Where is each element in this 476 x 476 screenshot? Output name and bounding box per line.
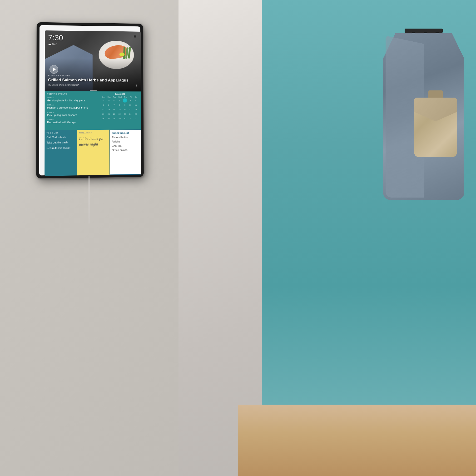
cal-day-8: 8	[117, 103, 122, 107]
event-title-4: Racquetball with George	[47, 120, 139, 124]
cal-day-29b: 29	[117, 116, 122, 121]
cal-label-mon: Mon	[107, 96, 112, 98]
todo-item-1: Call Carlos back	[46, 136, 75, 139]
recipe-title: Grilled Salmon with Herbs and Asparagus	[48, 78, 129, 83]
shopping-item-1: Almond butter	[112, 136, 139, 139]
camera-dot	[134, 35, 136, 38]
cal-day-22: 22	[117, 112, 122, 116]
shopping-label: Shopping List	[112, 132, 139, 135]
calendar-widget: June 2022 Sun Mon Tue Wed Thu Fri Sat	[101, 93, 139, 121]
cal-day-17: 17	[128, 107, 133, 112]
cal-label-fri: Fri	[128, 96, 134, 98]
cal-day-28: 28	[112, 116, 116, 121]
shopping-item-2: Raisins	[112, 140, 139, 143]
calendar-month-label: June 2022	[101, 93, 139, 95]
cal-day-18: 18	[134, 107, 138, 112]
cal-label-wed: Wed	[117, 96, 122, 98]
cal-day-15: 15	[117, 107, 122, 112]
shopping-widget[interactable]: Shopping List Almond butter Raisins Chai…	[109, 130, 141, 175]
recipe-category: Popular Recipes	[48, 74, 129, 77]
play-icon	[53, 67, 56, 71]
cal-label-sat: Sat	[134, 96, 139, 98]
echo-show-device: 7:30 ☁ 63° Popular Recipes Grilled Salmo…	[36, 22, 144, 178]
more-options-button[interactable]: ⋮	[135, 83, 138, 88]
cal-day-31: 31	[112, 98, 116, 102]
cal-day-24: 24	[128, 112, 133, 116]
cal-day-7: 7	[112, 103, 116, 107]
cal-day-1: 1	[117, 98, 122, 102]
shopping-item-3: Chai tea	[112, 144, 139, 147]
time-text: 7:30	[48, 34, 63, 42]
cal-day-23: 23	[123, 112, 127, 116]
todo-label: To-Do List	[47, 132, 75, 134]
note-text: I'll be home for movie night	[79, 136, 107, 147]
power-cord	[88, 176, 89, 224]
cal-day-6: 6	[107, 103, 111, 107]
todo-item-3: Return tennis racket	[46, 146, 75, 150]
recipe-info: Popular Recipes Grilled Salmon with Herb…	[48, 74, 129, 86]
widgets-row: To-Do List Call Carlos back Take out the…	[45, 130, 141, 176]
cal-label-thu: Thu	[123, 96, 128, 98]
cal-day-9: 9	[123, 103, 127, 107]
temperature-text: 63°	[52, 42, 57, 46]
cal-day-21: 21	[112, 112, 116, 116]
cal-day-1b: 1	[128, 116, 133, 121]
device-mat: 7:30 ☁ 63° Popular Recipes Grilled Salmo…	[39, 25, 141, 176]
cal-day-5: 5	[101, 103, 105, 107]
cal-day-11: 11	[134, 103, 138, 107]
note-widget[interactable]: Today, 7:20 AM I'll be home for movie ni…	[77, 130, 109, 175]
cal-day-4: 4	[134, 98, 138, 102]
cal-label-tue: Tue	[112, 96, 117, 98]
play-button[interactable]	[50, 65, 58, 73]
cal-day-30: 30	[107, 98, 111, 102]
recipe-hint: Try "Alexa, show me this recipe"	[48, 84, 129, 86]
cal-day-19: 19	[101, 112, 105, 116]
shopping-item-4: Green onions	[112, 149, 139, 152]
todo-widget[interactable]: To-Do List Call Carlos back Take out the…	[45, 130, 77, 176]
cal-day-2b: 2	[134, 116, 138, 120]
cal-day-27: 27	[107, 116, 111, 121]
cal-day-20: 20	[107, 112, 111, 116]
cal-day-16: 16	[123, 107, 127, 112]
cloud-icon: ☁	[48, 42, 51, 46]
cal-day-3: 3	[128, 98, 133, 102]
weather-text: ☁ 63°	[48, 42, 63, 46]
cal-day-30b: 30	[123, 116, 127, 121]
cal-label-sun: Sun	[101, 96, 106, 98]
lemon	[119, 52, 125, 56]
device-screen[interactable]: 7:30 ☁ 63° Popular Recipes Grilled Salmo…	[45, 31, 141, 176]
cal-day-14: 14	[112, 107, 116, 112]
calendar-days-header: Sun Mon Tue Wed Thu Fri Sat	[101, 96, 139, 98]
hero-section[interactable]: 7:30 ☁ 63° Popular Recipes Grilled Salmo…	[45, 31, 141, 92]
cal-day-2-today[interactable]: 2	[123, 98, 127, 102]
cal-day-29: 29	[101, 98, 105, 102]
calendar-grid: 29 30 31 1 2 3 4 5 6 7 8 9	[101, 98, 139, 121]
cal-day-12: 12	[101, 107, 105, 112]
cal-day-26: 26	[101, 116, 105, 121]
cal-day-10: 10	[128, 103, 133, 107]
note-timestamp: Today, 7:20 AM	[79, 132, 107, 134]
time-weather-display: 7:30 ☁ 63°	[48, 34, 63, 46]
scroll-indicator	[90, 90, 97, 91]
cal-day-25: 25	[134, 112, 138, 116]
todo-item-2: Take out the trash	[46, 141, 75, 144]
bag	[409, 90, 462, 157]
cal-day-13: 13	[107, 107, 111, 112]
floor	[238, 405, 476, 476]
